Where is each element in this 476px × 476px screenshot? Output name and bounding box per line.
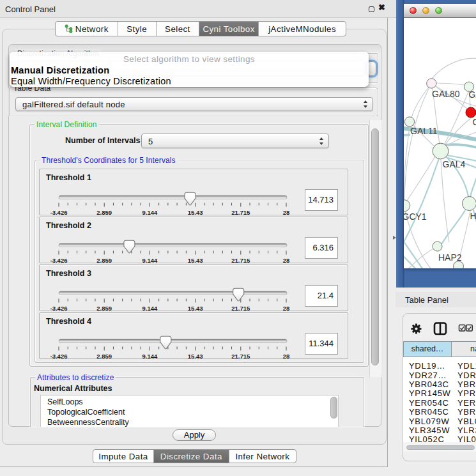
svg-text:21.715: 21.715 [231, 305, 250, 312]
svg-text:9.144: 9.144 [142, 353, 158, 360]
svg-text:9.144: 9.144 [142, 257, 158, 264]
svg-text:HAP2: HAP2 [438, 252, 462, 263]
svg-text:-3.426: -3.426 [50, 257, 68, 264]
svg-text:15.43: 15.43 [188, 209, 203, 216]
svg-text:2.859: 2.859 [96, 209, 112, 216]
svg-text:-3.426: -3.426 [50, 305, 68, 312]
svg-text:GAL80: GAL80 [432, 89, 460, 99]
svg-text:21.715: 21.715 [231, 257, 250, 264]
svg-text:15.43: 15.43 [188, 257, 203, 264]
svg-text:28: 28 [283, 305, 290, 312]
svg-text:GAL: GAL [469, 89, 476, 100]
svg-text:GCY1: GCY1 [404, 211, 427, 222]
svg-text:28: 28 [283, 209, 290, 216]
svg-text:2.859: 2.859 [96, 257, 112, 264]
svg-text:-3.426: -3.426 [50, 353, 68, 360]
svg-text:9.144: 9.144 [142, 305, 158, 312]
svg-text:-3.426: -3.426 [50, 209, 68, 216]
svg-text:28: 28 [283, 257, 290, 264]
svg-text:9.144: 9.144 [142, 209, 158, 216]
svg-text:15.43: 15.43 [188, 353, 203, 360]
svg-text:21.715: 21.715 [231, 353, 250, 360]
svg-text:GAL11: GAL11 [410, 126, 438, 136]
svg-text:15.43: 15.43 [188, 305, 203, 312]
svg-text:21.715: 21.715 [231, 209, 250, 216]
svg-text:GAL4: GAL4 [443, 159, 466, 169]
svg-text:HI: HI [470, 211, 476, 221]
svg-text:2.859: 2.859 [96, 353, 112, 360]
svg-text:28: 28 [283, 353, 290, 360]
svg-text:2.859: 2.859 [96, 305, 112, 312]
svg-text:CY: CY [473, 117, 476, 127]
